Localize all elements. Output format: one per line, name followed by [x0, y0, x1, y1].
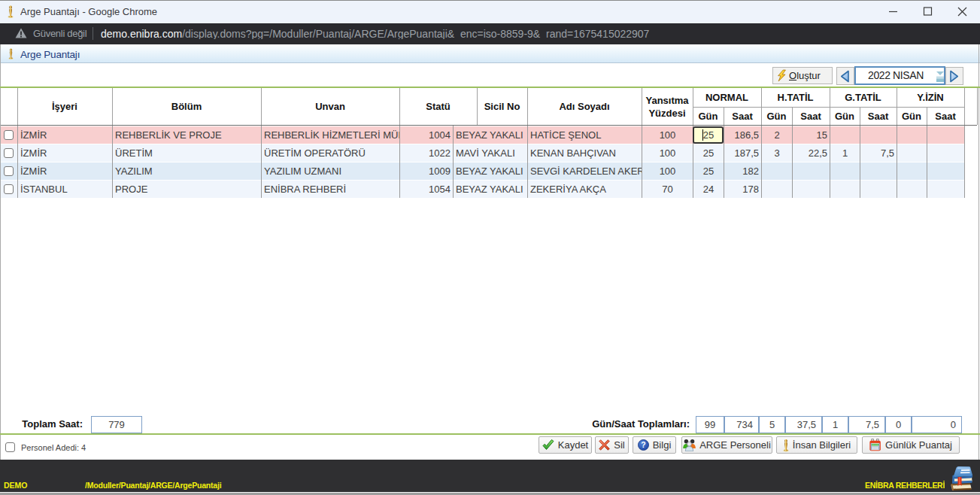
svg-text:?: ? — [641, 440, 645, 449]
